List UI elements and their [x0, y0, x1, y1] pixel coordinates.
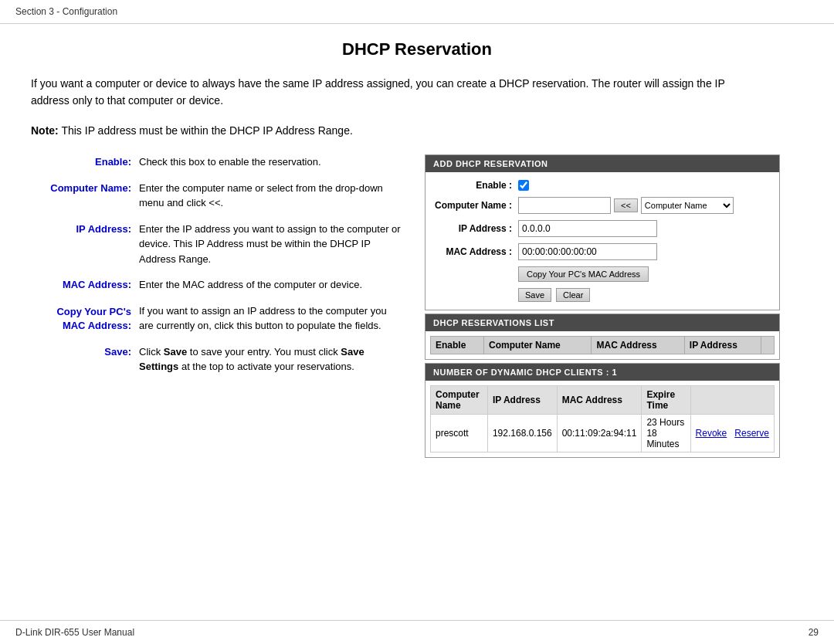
main-layout: Enable: Check this box to enable the res… — [31, 154, 803, 461]
clear-button[interactable]: Clear — [556, 288, 590, 302]
client-expire: 23 Hours 18 Minutes — [642, 415, 690, 452]
clients-header-row: Computer Name IP Address MAC Address Exp… — [431, 386, 775, 415]
dynamic-clients-panel: NUMBER OF DYNAMIC DHCP CLIENTS : 1 Compu… — [425, 363, 780, 458]
form-label-mac: MAC Address : — [433, 246, 518, 257]
desc-content-mac: Enter the MAC address of the computer or… — [139, 277, 402, 293]
desc-content-computer-name: Enter the computer name or select from t… — [139, 181, 402, 211]
add-dhcp-panel: ADD DHCP RESERVATION Enable : Computer N… — [425, 154, 780, 310]
copy-mac-button[interactable]: Copy Your PC's MAC Address — [518, 266, 649, 282]
clients-col-name: Computer Name — [431, 386, 488, 415]
desc-enable: Enable: Check this box to enable the res… — [31, 154, 402, 170]
reservations-header-row: Enable Computer Name MAC Address IP Addr… — [431, 337, 775, 354]
chevron-button[interactable]: << — [614, 198, 638, 212]
clients-col-mac: MAC Address — [557, 386, 642, 415]
col-mac: MAC Address — [592, 337, 684, 354]
form-row-computer-name: Computer Name : << Computer Name — [433, 197, 771, 214]
desc-save: Save: Click Save to save your entry. You… — [31, 344, 402, 375]
desc-ip-address: IP Address: Enter the IP address you wan… — [31, 222, 402, 267]
desc-mac-address: MAC Address: Enter the MAC address of th… — [31, 277, 402, 293]
table-row: prescott 192.168.0.156 00:11:09:2a:94:11… — [431, 415, 775, 452]
intro-paragraph: If you want a computer or device to alwa… — [31, 75, 726, 110]
dynamic-clients-body: Computer Name IP Address MAC Address Exp… — [425, 381, 779, 457]
desc-label-computer-name: Computer Name: — [31, 181, 139, 194]
desc-label-copy-mac: Copy Your PC'sMAC Address: — [31, 303, 139, 333]
dynamic-clients-header: NUMBER OF DYNAMIC DHCP CLIENTS : 1 — [425, 364, 779, 381]
bottom-bar: D-Link DIR-655 User Manual 29 — [0, 620, 834, 644]
col-actions — [761, 337, 774, 354]
note-text: This IP address must be within the DHCP … — [59, 124, 353, 137]
top-bar: Section 3 - Configuration — [0, 0, 834, 24]
clients-col-actions — [690, 386, 774, 415]
clients-thead: Computer Name IP Address MAC Address Exp… — [431, 386, 775, 415]
reservations-header: DHCP RESERVATIONS LIST — [425, 314, 779, 331]
col-computer-name: Computer Name — [484, 337, 592, 354]
col-ip: IP Address — [684, 337, 761, 354]
form-row-enable: Enable : — [433, 180, 771, 191]
form-row-ip: IP Address : — [433, 220, 771, 237]
section-label: Section 3 - Configuration — [15, 6, 117, 17]
mac-address-input[interactable] — [518, 243, 657, 260]
desc-label-ip: IP Address: — [31, 222, 139, 235]
client-mac: 00:11:09:2a:94:11 — [557, 415, 642, 452]
desc-content-save: Click Save to save your entry. You must … — [139, 344, 402, 375]
form-row-mac: MAC Address : — [433, 243, 771, 260]
bottom-right: 29 — [809, 627, 819, 638]
clients-table: Computer Name IP Address MAC Address Exp… — [430, 385, 775, 452]
page-title: DHCP Reservation — [31, 39, 803, 59]
clients-col-ip: IP Address — [487, 386, 557, 415]
form-label-computer-name: Computer Name : — [433, 200, 518, 211]
reservations-body: Enable Computer Name MAC Address IP Addr… — [425, 331, 779, 359]
action-buttons: Save Clear — [518, 288, 771, 302]
clients-col-expire: Expire Time — [642, 386, 690, 415]
desc-content-enable: Check this box to enable the reservation… — [139, 154, 402, 170]
reservations-panel: DHCP RESERVATIONS LIST Enable Computer N… — [425, 314, 780, 360]
computer-name-input[interactable] — [518, 197, 611, 214]
enable-checkbox[interactable] — [518, 180, 529, 191]
reservations-thead: Enable Computer Name MAC Address IP Addr… — [431, 337, 775, 354]
left-column: Enable: Check this box to enable the res… — [31, 154, 402, 461]
client-ip: 192.168.0.156 — [487, 415, 557, 452]
ip-address-input[interactable] — [518, 220, 657, 237]
client-actions: Revoke Reserve — [690, 415, 774, 452]
note-bold: Note: — [31, 124, 59, 137]
revoke-button[interactable]: Revoke — [696, 428, 727, 439]
desc-computer-name: Computer Name: Enter the computer name o… — [31, 181, 402, 211]
desc-label-mac: MAC Address: — [31, 277, 139, 290]
computer-name-controls: << Computer Name — [518, 197, 734, 214]
reservations-table: Enable Computer Name MAC Address IP Addr… — [430, 336, 775, 354]
desc-label-enable: Enable: — [31, 154, 139, 168]
bottom-left: D-Link DIR-655 User Manual — [15, 627, 134, 638]
form-label-ip: IP Address : — [433, 223, 518, 234]
right-column: ADD DHCP RESERVATION Enable : Computer N… — [425, 154, 780, 461]
clients-tbody: prescott 192.168.0.156 00:11:09:2a:94:11… — [431, 415, 775, 452]
save-button[interactable]: Save — [518, 288, 551, 302]
desc-label-save: Save: — [31, 344, 139, 358]
add-dhcp-body: Enable : Computer Name : << Computer Nam… — [425, 172, 779, 310]
content-area: DHCP Reservation If you want a computer … — [0, 24, 834, 620]
page-wrapper: Section 3 - Configuration DHCP Reservati… — [0, 0, 834, 644]
col-enable: Enable — [431, 337, 484, 354]
desc-content-ip: Enter the IP address you want to assign … — [139, 222, 402, 267]
client-name: prescott — [431, 415, 488, 452]
desc-content-copy-mac: If you want to assign an IP address to t… — [139, 303, 402, 334]
form-label-enable: Enable : — [433, 180, 518, 191]
reserve-button[interactable]: Reserve — [734, 428, 769, 439]
desc-copy-mac: Copy Your PC'sMAC Address: If you want t… — [31, 303, 402, 334]
computer-name-dropdown[interactable]: Computer Name — [641, 197, 734, 214]
note-paragraph: Note: This IP address must be within the… — [31, 122, 803, 139]
add-dhcp-header: ADD DHCP RESERVATION — [425, 155, 779, 172]
